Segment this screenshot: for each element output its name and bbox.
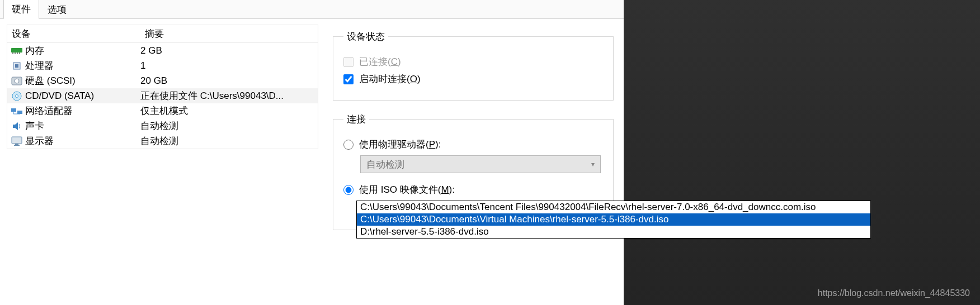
cd-icon — [11, 90, 23, 102]
connection-legend: 连接 — [343, 113, 369, 126]
device-name: 声卡 — [25, 120, 44, 132]
connected-checkbox — [343, 57, 354, 67]
cpu-icon — [11, 60, 23, 72]
display-icon — [11, 136, 23, 147]
device-state-legend: 设备状态 — [343, 30, 388, 43]
connect-on-start-label: 启动时连接(O) — [359, 73, 421, 85]
tabs-row: 硬件 选项 — [0, 0, 624, 19]
tab-options[interactable]: 选项 — [39, 0, 75, 19]
iso-file-radio[interactable] — [343, 185, 354, 195]
device-summary: 20 GB — [140, 75, 318, 87]
device-name: 显示器 — [25, 135, 54, 147]
device-summary: 正在使用文件 C:\Users\99043\D... — [140, 89, 318, 102]
device-summary: 自动检测 — [140, 135, 318, 147]
device-row[interactable]: 声卡 自动检测 — [7, 118, 318, 134]
physical-drive-value: 自动检测 — [366, 158, 404, 171]
svg-rect-4 — [19, 53, 20, 54]
physical-drive-label: 使用物理驱动器(P): — [359, 138, 441, 151]
iso-dropdown-option[interactable]: D:\rhel-server-5.5-i386-dvd.iso — [357, 226, 870, 238]
svg-rect-3 — [17, 53, 18, 54]
svg-point-8 — [15, 79, 19, 83]
tab-hardware[interactable]: 硬件 — [3, 0, 39, 19]
device-name: 内存 — [25, 44, 44, 57]
svg-rect-0 — [11, 48, 22, 53]
device-list-panel: 设备 摘要 内存 2 GB 处理器 1 硬盘 (SCSI) 20 GB CD/D… — [0, 19, 322, 305]
svg-rect-6 — [15, 64, 18, 68]
memory-icon — [11, 45, 23, 56]
device-row[interactable]: 网络适配器 仅主机模式 — [7, 103, 318, 118]
physical-drive-combo: 自动检测 ▾ — [360, 155, 601, 173]
vm-console-backdrop: https://blog.csdn.net/weixin_44845330 — [624, 0, 980, 305]
device-row[interactable]: 硬盘 (SCSI) 20 GB — [7, 73, 318, 88]
svg-rect-15 — [14, 145, 20, 146]
device-row[interactable]: 显示器 自动检测 — [7, 134, 318, 149]
header-summary: 摘要 — [145, 27, 318, 40]
device-state-group: 设备状态 已连接(C) 启动时连接(O) — [333, 30, 614, 101]
iso-dropdown-option[interactable]: C:\Users\99043\Documents\Tencent Files\9… — [357, 201, 870, 213]
iso-dropdown-option[interactable]: C:\Users\99043\Documents\Virtual Machine… — [357, 213, 870, 226]
device-settings-panel: 设备状态 已连接(C) 启动时连接(O) — [322, 19, 624, 305]
device-name: 处理器 — [25, 59, 54, 72]
svg-rect-14 — [15, 144, 18, 145]
iso-dropdown-list[interactable]: C:\Users\99043\Documents\Tencent Files\9… — [356, 201, 871, 239]
watermark-text: https://blog.csdn.net/weixin_44845330 — [818, 288, 970, 298]
iso-file-label: 使用 ISO 映像文件(M): — [359, 183, 455, 196]
device-name: 网络适配器 — [25, 104, 73, 117]
device-name: 硬盘 (SCSI) — [25, 74, 76, 87]
device-row[interactable]: 处理器 1 — [7, 58, 318, 73]
network-icon — [11, 106, 23, 117]
sound-icon — [11, 121, 23, 132]
device-row[interactable]: CD/DVD (SATA) 正在使用文件 C:\Users\99043\D... — [7, 88, 318, 103]
device-summary: 2 GB — [140, 45, 318, 56]
device-summary: 1 — [140, 60, 318, 72]
header-device: 设备 — [12, 27, 145, 40]
vm-settings-dialog: 硬件 选项 设备 摘要 内存 2 GB 处理器 1 硬盘 (SCSI) — [0, 0, 624, 305]
device-table-header: 设备 摘要 — [7, 25, 318, 43]
disk-icon — [11, 75, 23, 87]
svg-rect-11 — [11, 108, 16, 112]
connected-label: 已连接(C) — [359, 55, 401, 68]
device-table: 设备 摘要 内存 2 GB 处理器 1 硬盘 (SCSI) 20 GB CD/D… — [7, 25, 318, 149]
device-name: CD/DVD (SATA) — [25, 90, 94, 102]
physical-drive-radio[interactable] — [343, 140, 354, 150]
svg-rect-2 — [15, 53, 16, 54]
device-row[interactable]: 内存 2 GB — [7, 43, 318, 58]
svg-rect-13 — [12, 137, 22, 144]
device-summary: 仅主机模式 — [140, 104, 318, 117]
svg-rect-1 — [12, 53, 13, 54]
device-summary: 自动检测 — [140, 120, 318, 132]
svg-point-10 — [16, 94, 18, 97]
connect-on-start-checkbox[interactable] — [343, 74, 354, 84]
chevron-down-icon: ▾ — [591, 160, 595, 168]
